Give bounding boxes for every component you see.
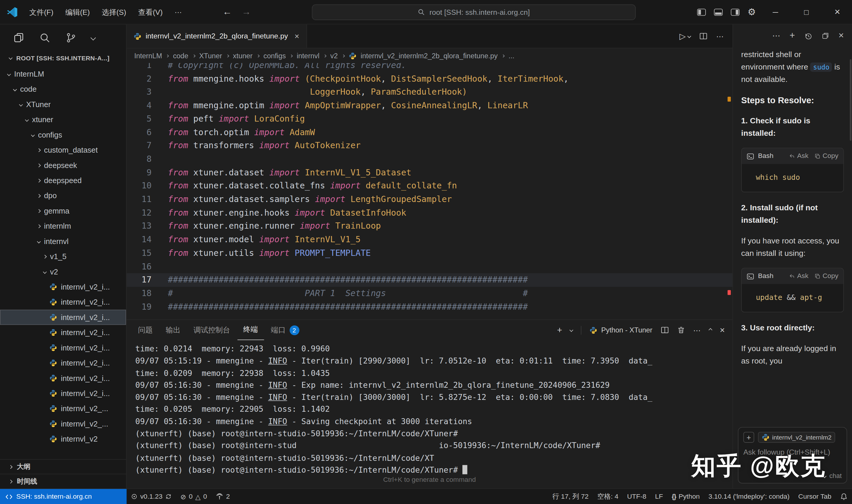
panel-tab-端口[interactable]: 端口2 <box>265 320 305 340</box>
tree-item-InternLM[interactable]: InternLM <box>0 66 126 81</box>
explorer-root-header[interactable]: ROOT [SSH: SSH.INTERN-A...] <box>0 51 126 65</box>
chevron-down-icon[interactable] <box>570 328 574 332</box>
ports-item[interactable]: 2 <box>212 489 234 504</box>
toggle-primary-sidebar-icon[interactable] <box>697 8 706 15</box>
command-center[interactable]: root [SSH: ssh.intern-ai.org.cn] <box>312 4 636 20</box>
toggle-secondary-sidebar-icon[interactable] <box>731 8 739 15</box>
tree-item-dpo[interactable]: dpo <box>0 188 126 203</box>
code-editor[interactable]: 1# Copyright (c) OpenMMLab. All rights r… <box>127 63 732 320</box>
tree-item-internvl_v2_i[interactable]: internvl_v2_i... <box>0 310 126 325</box>
tree-item-internvl_v2_[interactable]: internvl_v2_... <box>0 416 126 431</box>
tree-item-configs[interactable]: configs <box>0 127 126 142</box>
menu-more-button[interactable]: ⋯ <box>169 0 188 24</box>
breadcrumb-item-InternLM[interactable]: InternLM <box>134 52 162 60</box>
panel-tab-输出[interactable]: 输出 <box>160 320 186 340</box>
tree-item-deepspeed[interactable]: deepspeed <box>0 173 126 188</box>
code-line-18[interactable]: 18# PART 1 Settings # <box>127 287 732 300</box>
code-line-14[interactable]: 14from xtuner.model import InternVL_V1_5 <box>127 233 732 246</box>
breadcrumb-item-v2[interactable]: v2 <box>330 52 338 60</box>
maximize-panel-icon[interactable] <box>708 328 712 332</box>
code-line-13[interactable]: 13from xtuner.engine.runner import Train… <box>127 220 732 233</box>
window-minimize-button[interactable]: ─ <box>764 0 786 24</box>
outline-section-header[interactable]: 大纲 <box>0 459 126 474</box>
tree-item-xtuner[interactable]: xtuner <box>0 112 126 127</box>
tree-item-code[interactable]: code <box>0 82 126 97</box>
source-control-icon[interactable] <box>65 32 77 43</box>
tree-item-internvl_v2_i[interactable]: internvl_v2_i... <box>0 355 126 370</box>
kill-terminal-icon[interactable] <box>677 326 685 334</box>
tree-item-internvl[interactable]: internvl <box>0 234 126 249</box>
code-line-7[interactable]: 7from transformers import AutoTokenizer <box>127 139 732 152</box>
indentation-item[interactable]: 空格: 4 <box>593 489 623 504</box>
panel-more-actions-icon[interactable]: ⋯ <box>693 326 701 334</box>
timeline-section-header[interactable]: 时间线 <box>0 474 126 489</box>
notifications-bell-icon[interactable] <box>836 489 852 504</box>
toggle-panel-icon[interactable] <box>714 8 722 15</box>
code-line-19[interactable]: 19######################################… <box>127 300 732 313</box>
forward-button[interactable]: → <box>242 6 251 17</box>
run-python-file-button[interactable]: ▷ <box>679 31 691 41</box>
panel-tab-问题[interactable]: 问题 <box>132 320 159 340</box>
panel-tab-调试控制台[interactable]: 调试控制台 <box>187 320 236 340</box>
code-line-5[interactable]: 5from peft import LoraConfig <box>127 112 732 126</box>
window-close-button[interactable]: × <box>826 0 849 24</box>
editor-scrollbar[interactable] <box>725 63 732 320</box>
tree-item-internvl_v2_i[interactable]: internvl_v2_i... <box>0 371 126 386</box>
new-terminal-icon[interactable]: + <box>557 325 562 335</box>
editor-more-actions-icon[interactable]: ⋯ <box>716 32 724 40</box>
breadcrumb-item-xtuner[interactable]: xtuner <box>233 52 252 60</box>
problems-item[interactable]: ⊘ 0 △ 0 <box>176 489 211 504</box>
terminal-output[interactable]: time: 0.0214 memory: 22943 loss: 0.99600… <box>127 340 732 476</box>
chat-scrollbar[interactable] <box>850 59 852 141</box>
ask-button[interactable]: Ask <box>789 270 809 283</box>
context-chip[interactable]: internvl_v2_internlm2 <box>758 432 835 443</box>
back-button[interactable]: ← <box>223 6 232 17</box>
menubar-item-1[interactable]: 编辑(E) <box>59 0 96 24</box>
menubar-item-0[interactable]: 文件(F) <box>23 0 59 24</box>
code-line-3[interactable]: 3 LoggerHook, ParamSchedulerHook) <box>127 86 732 99</box>
tree-item-internvl_v2_[interactable]: internvl_v2_... <box>0 401 126 416</box>
code-line-11[interactable]: 11from xtuner.dataset.samplers import Le… <box>127 193 732 206</box>
tree-item-v2[interactable]: v2 <box>0 264 126 279</box>
code-line-9[interactable]: 9from xtuner.dataset import InternVL_V1_… <box>127 166 732 179</box>
tree-item-internvl_v2_i[interactable]: internvl_v2_i... <box>0 279 126 294</box>
code-line-6[interactable]: 6from torch.optim import AdamW <box>127 126 732 139</box>
more-views-chevron-icon[interactable] <box>91 36 95 39</box>
breadcrumb-item-configs[interactable]: configs <box>263 52 286 60</box>
code-line-15[interactable]: 15from xtuner.utils import PROMPT_TEMPLA… <box>127 247 732 260</box>
code-line-2[interactable]: 2from mmengine.hooks import (CheckpointH… <box>127 72 732 86</box>
chat-history-icon[interactable] <box>804 32 812 40</box>
panel-tab-终端[interactable]: 终端 <box>237 320 264 340</box>
tree-item-internvl_v2_i[interactable]: internvl_v2_i... <box>0 386 126 401</box>
breadcrumb-file[interactable]: internvl_v2_internlm2_2b_qlora_finetune.… <box>361 52 497 60</box>
open-in-editor-icon[interactable] <box>821 32 829 40</box>
settings-gear-icon[interactable]: ⚙ <box>747 6 756 18</box>
code-line-4[interactable]: 4from mmengine.optim import AmpOptimWrap… <box>127 99 732 112</box>
breadcrumb[interactable]: InternLMcodeXTunerxtunerconfigsinternvlv… <box>127 48 732 63</box>
breadcrumb-item-code[interactable]: code <box>173 52 188 60</box>
search-view-icon[interactable] <box>39 32 51 43</box>
tree-item-custom_dataset[interactable]: custom_dataset <box>0 142 126 157</box>
explorer-icon[interactable] <box>13 32 24 43</box>
menubar-item-2[interactable]: 选择(S) <box>96 0 132 24</box>
code-line-12[interactable]: 12from xtuner.engine.hooks import Datase… <box>127 206 732 219</box>
tree-item-internvl_v2_i[interactable]: internvl_v2_i... <box>0 294 126 310</box>
add-context-button[interactable]: + <box>743 432 755 443</box>
close-panel-icon[interactable]: × <box>720 325 725 335</box>
editor-tab[interactable]: internvl_v2_internlm2_2b_qlora_finetune.… <box>127 24 307 48</box>
code-line-8[interactable]: 8 <box>127 152 732 166</box>
ask-button[interactable]: Ask <box>789 150 809 162</box>
python-interpreter-item[interactable]: 3.10.14 ('lmdeploy': conda) <box>704 489 794 504</box>
tree-item-internvl_v2_i[interactable]: internvl_v2_i... <box>0 325 126 340</box>
window-maximize-button[interactable]: □ <box>795 0 818 24</box>
split-editor-icon[interactable] <box>699 32 708 40</box>
code-line-16[interactable]: 16 <box>127 260 732 273</box>
encoding-item[interactable]: UTF-8 <box>623 489 651 504</box>
cursor-tab-item[interactable]: Cursor Tab <box>794 489 836 504</box>
breadcrumb-more[interactable]: ... <box>509 52 514 60</box>
tree-item-gemma[interactable]: gemma <box>0 203 126 218</box>
menubar-item-3[interactable]: 查看(V) <box>132 0 169 24</box>
tree-item-internlm[interactable]: internlm <box>0 218 126 233</box>
close-chat-icon[interactable]: × <box>838 31 844 41</box>
tree-item-internvl_v2_i[interactable]: internvl_v2_i... <box>0 340 126 355</box>
